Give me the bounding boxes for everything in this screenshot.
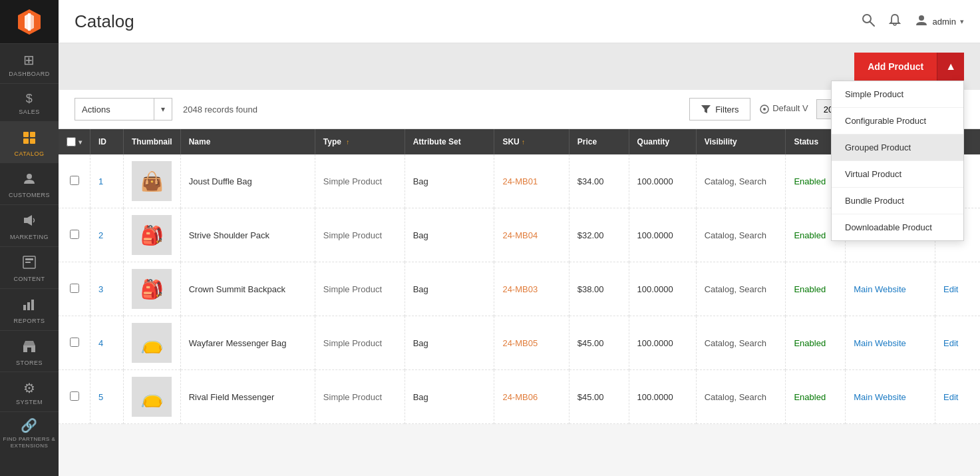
sidebar-item-catalog[interactable]: CATALOG [0, 121, 59, 163]
sidebar-item-system[interactable]: ⚙ SYSTEM [0, 371, 59, 411]
row-attrset-4: Bag [405, 316, 494, 370]
svg-rect-4 [23, 132, 29, 137]
row-edit-5[interactable]: Edit [935, 370, 980, 424]
svg-rect-11 [25, 258, 33, 260]
row-checkbox-3[interactable] [70, 284, 79, 293]
row-quantity-2: 100.0000 [629, 208, 696, 262]
sidebar-item-partners-label: FIND PARTNERS & EXTENSIONS [3, 436, 56, 449]
row-checkbox-5[interactable] [70, 391, 79, 401]
content-icon [22, 255, 37, 273]
th-checkbox-chevron[interactable]: ▾ [79, 138, 82, 146]
dropdown-item-configurable[interactable]: Configurable Product [832, 108, 963, 134]
dropdown-item-virtual[interactable]: Virtual Product [832, 161, 963, 188]
stores-icon [22, 339, 37, 357]
filter-icon [701, 104, 711, 115]
sidebar-item-customers[interactable]: CUSTOMERS [0, 162, 59, 204]
row-attrset-3: Bag [405, 262, 494, 316]
filters-button[interactable]: Filters [689, 98, 750, 120]
row-sku-1: 24-MB01 [494, 154, 569, 208]
th-quantity[interactable]: Quantity [629, 129, 696, 154]
add-product-button[interactable]: Add Product [854, 53, 937, 81]
thumbnail-image-1: 👜 [132, 161, 172, 201]
row-edit-4[interactable]: Edit [935, 316, 980, 370]
row-quantity-5: 100.0000 [629, 370, 696, 424]
dropdown-item-simple[interactable]: Simple Product [832, 81, 963, 108]
banner-area: Add Product ▲ Simple Product Configurabl… [59, 43, 980, 90]
records-count: 2048 records found [183, 105, 257, 115]
svg-rect-5 [30, 132, 35, 137]
dropdown-item-bundle[interactable]: Bundle Product [832, 188, 963, 214]
row-checkbox-cell-2 [59, 208, 90, 262]
svg-rect-6 [23, 138, 29, 144]
actions-dropdown-btn[interactable]: ▾ [154, 98, 172, 120]
row-website-3[interactable]: Main Website [846, 262, 935, 316]
thumbnail-image-3: 🎒 [132, 269, 172, 309]
add-product-dropdown-toggle[interactable]: ▲ [937, 53, 964, 81]
sidebar-item-sales[interactable]: $ SALES [0, 83, 59, 121]
row-edit-3[interactable]: Edit [935, 262, 980, 316]
row-name-3: Crown Summit Backpack [180, 262, 315, 316]
th-type[interactable]: Type ↑ [315, 129, 405, 154]
row-website-4[interactable]: Main Website [846, 316, 935, 370]
sidebar-item-content[interactable]: CONTENT [0, 246, 59, 288]
row-visibility-3: Catalog, Search [696, 262, 786, 316]
row-status-4: Enabled [786, 316, 846, 370]
customers-icon [22, 171, 37, 189]
th-sku[interactable]: SKU ↑ [494, 129, 569, 154]
row-status-5: Enabled [786, 370, 846, 424]
row-checkbox-cell-5 [59, 370, 90, 424]
row-attrset-2: Bag [405, 208, 494, 262]
th-id[interactable]: ID [90, 129, 124, 154]
search-icon[interactable] [861, 13, 876, 31]
row-attrset-1: Bag [405, 154, 494, 208]
row-name-5: Rival Field Messenger [180, 370, 315, 424]
th-attribute-set[interactable]: Attribute Set [405, 129, 494, 154]
svg-rect-7 [30, 138, 35, 144]
row-type-3: Simple Product [315, 262, 405, 316]
th-name[interactable]: Name [180, 129, 315, 154]
row-id-3: 3 [90, 262, 124, 316]
user-menu[interactable]: admin ▾ [914, 13, 964, 31]
sidebar-item-stores[interactable]: STORES [0, 330, 59, 372]
thumbnail-image-5: 👝 [132, 377, 172, 417]
row-id-2: 2 [90, 208, 124, 262]
sidebar-item-sales-label: SALES [19, 109, 40, 116]
row-checkbox-1[interactable] [70, 176, 79, 185]
row-sku-5: 24-MB06 [494, 370, 569, 424]
th-price[interactable]: Price [569, 129, 629, 154]
row-price-3: $38.00 [569, 262, 629, 316]
row-checkbox-2[interactable] [70, 230, 79, 239]
row-website-5[interactable]: Main Website [846, 370, 935, 424]
sidebar-logo[interactable] [0, 0, 59, 43]
sidebar-item-marketing-label: MARKETING [10, 234, 49, 241]
svg-point-8 [27, 174, 32, 179]
actions-select[interactable]: Actions Delete Change Status [75, 98, 154, 120]
sidebar-item-reports[interactable]: REPORTS [0, 288, 59, 330]
sidebar-item-partners[interactable]: 🔗 FIND PARTNERS & EXTENSIONS [0, 411, 59, 454]
th-visibility[interactable]: Visibility [696, 129, 786, 154]
table-row: 3 🎒 Crown Summit Backpack Simple Product… [59, 262, 980, 316]
row-checkbox-4[interactable] [70, 338, 79, 347]
row-name-2: Strive Shoulder Pack [180, 208, 315, 262]
topbar-actions: admin ▾ [861, 13, 964, 31]
sidebar-item-dashboard[interactable]: ⊞ DASHBOARD [0, 43, 59, 83]
dropdown-item-grouped[interactable]: Grouped Product [832, 134, 963, 161]
sales-icon: $ [26, 92, 33, 106]
th-thumbnail: Thumbnail [124, 129, 181, 154]
default-view-text: Default V [772, 103, 808, 113]
filters-label: Filters [715, 105, 738, 115]
th-checkbox: ▾ [59, 129, 90, 154]
sidebar-item-system-label: SYSTEM [16, 399, 43, 406]
row-thumbnail-2: 🎒 [124, 208, 181, 262]
dropdown-item-downloadable[interactable]: Downloadable Product [832, 214, 963, 240]
select-all-checkbox[interactable] [67, 137, 76, 146]
notifications-icon[interactable] [888, 13, 902, 31]
chevron-up-icon: ▲ [945, 61, 956, 73]
toolbar-left: Actions Delete Change Status ▾ 2048 reco… [75, 98, 257, 120]
sidebar-item-stores-label: STORES [16, 359, 43, 367]
sidebar-item-marketing[interactable]: MARKETING [0, 204, 59, 246]
row-type-5: Simple Product [315, 370, 405, 424]
row-thumbnail-4: 👝 [124, 316, 181, 370]
svg-rect-13 [23, 305, 26, 310]
svg-point-23 [763, 108, 766, 111]
